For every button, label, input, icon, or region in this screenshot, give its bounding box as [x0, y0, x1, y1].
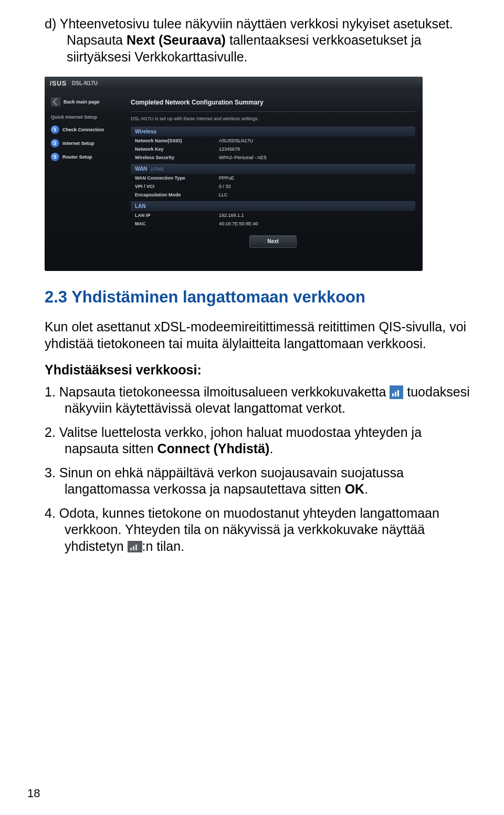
sidebar-step-1[interactable]: 1 Check Connection: [48, 123, 120, 137]
step-badge-3: 3: [51, 153, 59, 161]
step-1: 1. Napsauta tietokoneessa ilmoitusalueen…: [45, 384, 472, 417]
step-badge-2: 2: [51, 139, 59, 148]
next-button-label: Next: [267, 238, 279, 244]
kv-key: MAC: [135, 221, 219, 226]
step-1-a: 1. Napsauta tietokoneessa ilmoitusalueen…: [45, 384, 390, 399]
step-3-bold: OK: [345, 482, 365, 496]
section-wireless: Wireless: [131, 127, 415, 137]
router-topbar: /SUS DSL-N17U: [45, 77, 423, 90]
kv-val: 192.168.1.1: [219, 213, 244, 218]
kv-val: WPA2–Personal - AES: [219, 155, 267, 160]
kv-row: WAN Connection TypePPPoE: [131, 174, 415, 182]
panel-title: Completed Network Configuration Summary: [131, 96, 415, 109]
router-screenshot: /SUS DSL-N17U Back main page Quick Inter…: [45, 77, 423, 271]
kv-row: Network Key12345678: [131, 145, 415, 153]
page-number: 18: [27, 787, 40, 800]
sidebar-step-3[interactable]: 3 Router Setup: [48, 150, 120, 164]
sidebar-step-label: Check Connection: [62, 127, 104, 132]
step-3-b: .: [364, 482, 368, 496]
step-4-a: 4. Odota, kunnes tietokone on muodostanu…: [45, 506, 439, 553]
kv-row: LAN IP192.168.1.1: [131, 211, 415, 220]
sidebar-step-label: Router Setup: [62, 154, 92, 160]
kv-row: MAC40:16:7E:50:8E:40: [131, 220, 415, 228]
brand-logo: /SUS: [50, 80, 67, 87]
sidebar-step-label: Internet Setup: [62, 141, 94, 146]
kv-row: Network Name(SSID)ASUSDSLN17U: [131, 137, 415, 145]
model-label: DSL-N17U: [72, 80, 98, 86]
kv-val: 40:16:7E:50:8E:40: [219, 221, 258, 226]
section-header-label: LAN: [135, 203, 146, 209]
sidebar-back[interactable]: Back main page: [48, 95, 120, 109]
kv-row: Wireless SecurityWPA2–Personal - AES: [131, 153, 415, 162]
kv-key: Network Name(SSID): [135, 138, 219, 143]
panel-subtitle: DSL-N17U is set up with these Internet a…: [131, 116, 415, 121]
step-4-b: :n tilan.: [142, 539, 185, 553]
step-3: 3. Sinun on ehkä näppäiltävä verkon suoj…: [45, 465, 472, 498]
kv-val: PPPoE: [219, 175, 234, 181]
back-icon: [51, 97, 60, 107]
kv-row: VPI / VCI0 / 33: [131, 182, 415, 191]
section-header-sub: (ATM): [151, 166, 163, 172]
step-badge-1: 1: [51, 126, 59, 134]
next-button[interactable]: Next: [249, 235, 297, 248]
intro-bold: Next (Seuraava): [127, 33, 226, 47]
kv-key: Wireless Security: [135, 155, 219, 160]
section-wan: WAN (ATM): [131, 164, 415, 174]
kv-val: 12345678: [219, 147, 240, 152]
kv-key: WAN Connection Type: [135, 175, 219, 181]
intro-prefix: d): [45, 16, 60, 31]
section-heading: 2.3 Yhdistäminen langattomaan verkkoon: [45, 288, 472, 307]
kv-val: ASUSDSLN17U: [219, 138, 253, 143]
step-2: 2. Valitse luettelosta verkko, johon hal…: [45, 424, 472, 457]
sidebar-back-label: Back main page: [64, 99, 100, 105]
sidebar-heading: Quick Internet Setup: [48, 111, 120, 123]
kv-val: 0 / 33: [219, 184, 231, 189]
panel-divider: [131, 111, 415, 112]
section-header-label: WAN: [135, 166, 147, 172]
router-sidebar: Back main page Quick Internet Setup 1 Ch…: [45, 90, 123, 271]
kv-key: Network Key: [135, 147, 219, 152]
step-2-b: .: [269, 441, 273, 456]
intro-paragraph: d) Yhteenvetosivu tulee näkyviin näyttäe…: [45, 16, 472, 65]
kv-val: LLC: [219, 192, 228, 197]
kv-row: Encapsulation ModeLLC: [131, 191, 415, 199]
wifi-tray-icon: [390, 385, 403, 399]
kv-key: VPI / VCI: [135, 184, 219, 189]
step-2-bold: Connect (Yhdistä): [158, 441, 270, 456]
step-4: 4. Odota, kunnes tietokone on muodostanu…: [45, 505, 472, 555]
wifi-connected-icon: [128, 541, 142, 552]
kv-key: LAN IP: [135, 213, 219, 218]
section-lan: LAN: [131, 201, 415, 211]
sidebar-step-2[interactable]: 2 Internet Setup: [48, 137, 120, 150]
sub-heading: Yhdistääksesi verkkoosi:: [45, 362, 472, 378]
router-main-panel: Completed Network Configuration Summary …: [123, 90, 423, 271]
kv-key: Encapsulation Mode: [135, 192, 219, 197]
section-header-label: Wireless: [135, 129, 156, 134]
body-paragraph: Kun olet asettanut xDSL-modeemireitittim…: [45, 318, 472, 352]
